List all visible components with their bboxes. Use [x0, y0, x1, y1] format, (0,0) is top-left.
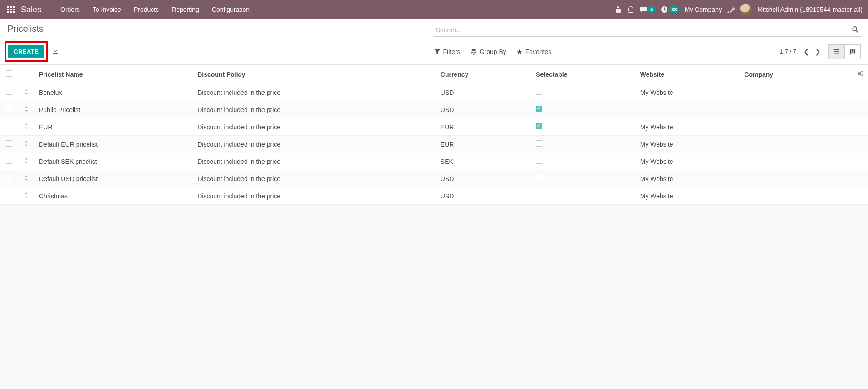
messages-icon[interactable]: 5	[640, 6, 655, 13]
page-title: Pricelists	[7, 24, 44, 34]
pager-next-icon[interactable]: ❯	[813, 47, 823, 57]
search-input[interactable]	[434, 24, 850, 36]
col-header-discount[interactable]: Discount Policy	[193, 65, 436, 84]
cell-selectable[interactable]	[531, 118, 636, 136]
cell-website: My Website	[636, 170, 740, 187]
menu-orders[interactable]: Orders	[54, 0, 86, 19]
favorites-button[interactable]: Favorites	[516, 48, 552, 55]
drag-handle-icon[interactable]	[18, 136, 34, 153]
cell-selectable[interactable]	[531, 153, 636, 170]
table-row[interactable]: EURDiscount included in the priceEURMy W…	[0, 118, 868, 136]
table-row[interactable]: Default USD pricelistDiscount included i…	[0, 170, 868, 187]
row-checkbox[interactable]	[6, 175, 12, 181]
col-header-currency[interactable]: Currency	[436, 65, 531, 84]
cell-selectable[interactable]	[531, 101, 636, 118]
cell-website: My Website	[636, 136, 740, 153]
row-checkbox[interactable]	[6, 192, 12, 198]
cell-company	[740, 136, 853, 153]
avatar[interactable]	[740, 4, 752, 15]
cell-discount: Discount included in the price	[193, 187, 436, 205]
drag-handle-icon[interactable]	[18, 187, 34, 205]
cell-name: Benelux	[34, 84, 193, 101]
cell-currency: USD	[436, 187, 531, 205]
company-switcher[interactable]: My Company	[685, 6, 722, 13]
cell-name: EUR	[34, 118, 193, 136]
column-options-icon[interactable]	[857, 71, 863, 78]
row-checkbox[interactable]	[6, 123, 12, 129]
kanban-icon	[849, 49, 856, 55]
support-icon[interactable]	[627, 6, 634, 13]
col-header-selectable[interactable]: Selectable	[531, 65, 636, 84]
cell-website: My Website	[636, 118, 740, 136]
svg-rect-3	[7, 9, 9, 10]
table-row[interactable]: Default EUR pricelistDiscount included i…	[0, 136, 868, 153]
cell-company	[740, 170, 853, 187]
groupby-button[interactable]: Group By	[471, 48, 506, 55]
svg-rect-0	[7, 6, 9, 8]
drag-handle-icon[interactable]	[18, 153, 34, 170]
drag-handle-icon[interactable]	[18, 101, 34, 118]
create-button[interactable]: CREATE	[8, 45, 44, 58]
select-all-checkbox[interactable]	[6, 70, 12, 77]
col-header-website[interactable]: Website	[636, 65, 740, 84]
cell-currency: EUR	[436, 136, 531, 153]
row-checkbox[interactable]	[6, 140, 12, 147]
row-checkbox[interactable]	[6, 158, 12, 164]
top-navbar: Sales Orders To Invoice Products Reporti…	[0, 0, 868, 19]
svg-rect-5	[13, 9, 15, 10]
app-name[interactable]: Sales	[21, 5, 41, 15]
view-kanban-button[interactable]	[844, 44, 861, 59]
row-checkbox[interactable]	[6, 89, 12, 95]
view-list-button[interactable]	[828, 44, 844, 59]
pager-value[interactable]: 1-7 / 7	[780, 48, 796, 55]
cell-name: Public Pricelist	[34, 101, 193, 118]
menu-reporting[interactable]: Reporting	[165, 0, 206, 19]
filters-button[interactable]: Filters	[434, 48, 461, 55]
apps-icon[interactable]	[5, 4, 16, 15]
col-header-name[interactable]: Pricelist Name	[34, 65, 193, 84]
pager-prev-icon[interactable]: ❮	[802, 47, 811, 57]
cell-discount: Discount included in the price	[193, 84, 436, 101]
menu-configuration[interactable]: Configuration	[206, 0, 256, 19]
debug-tools-icon[interactable]	[727, 6, 735, 13]
control-panel: Pricelists CREATE Filters	[0, 19, 868, 65]
svg-rect-8	[13, 11, 15, 13]
bug-icon[interactable]	[614, 6, 622, 13]
create-highlight: CREATE	[5, 41, 48, 62]
cell-discount: Discount included in the price	[193, 118, 436, 136]
cell-currency: USD	[436, 170, 531, 187]
drag-handle-icon[interactable]	[18, 170, 34, 187]
cell-selectable[interactable]	[531, 84, 636, 101]
col-header-company[interactable]: Company	[740, 65, 853, 84]
cell-selectable[interactable]	[531, 170, 636, 187]
activities-icon[interactable]: 33	[661, 6, 679, 13]
cell-name: Christmas	[34, 187, 193, 205]
import-icon[interactable]	[52, 48, 59, 55]
cell-name: Default EUR pricelist	[34, 136, 193, 153]
drag-handle-icon[interactable]	[18, 118, 34, 136]
table-row[interactable]: BeneluxDiscount included in the priceUSD…	[0, 84, 868, 101]
svg-rect-6	[7, 11, 9, 13]
svg-rect-11	[834, 53, 839, 54]
list-icon	[833, 49, 839, 55]
menu-products[interactable]: Products	[128, 0, 165, 19]
layers-icon	[471, 49, 477, 55]
cell-discount: Discount included in the price	[193, 170, 436, 187]
cell-selectable[interactable]	[531, 187, 636, 205]
search-icon[interactable]	[850, 24, 861, 36]
cell-currency: EUR	[436, 118, 531, 136]
row-checkbox[interactable]	[6, 106, 12, 112]
cell-selectable[interactable]	[531, 136, 636, 153]
menu-to-invoice[interactable]: To Invoice	[86, 0, 128, 19]
drag-handle-icon[interactable]	[18, 84, 34, 101]
cell-company	[740, 118, 853, 136]
activities-badge: 33	[669, 6, 679, 13]
filters-label: Filters	[443, 48, 461, 55]
cell-name: Default SEK pricelist	[34, 153, 193, 170]
table-row[interactable]: Default SEK pricelistDiscount included i…	[0, 153, 868, 170]
table-row[interactable]: Public PricelistDiscount included in the…	[0, 101, 868, 118]
svg-rect-7	[10, 11, 12, 13]
cell-company	[740, 187, 853, 205]
user-menu[interactable]: Mitchell Admin (18919544-master-all)	[757, 6, 863, 13]
table-row[interactable]: ChristmasDiscount included in the priceU…	[0, 187, 868, 205]
